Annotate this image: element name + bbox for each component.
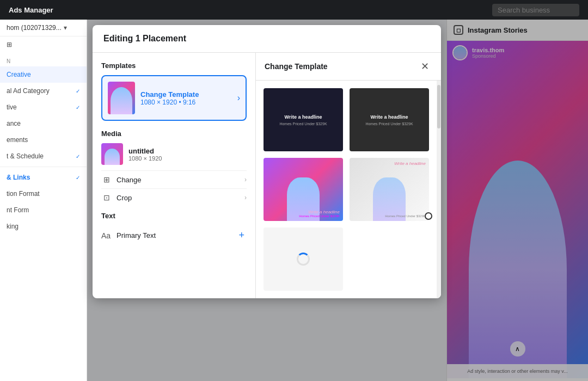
sidebar-item-tive[interactable]: tive ✓ <box>0 99 87 115</box>
top-bar: Ads Manager <box>0 0 588 20</box>
dialog-title: Editing 1 Placement <box>93 25 441 53</box>
check-icon-4: ✓ <box>76 175 80 181</box>
ad-category-label: al Ad Category <box>7 87 50 95</box>
crop-label: Crop <box>117 194 244 202</box>
template-name: Change Template <box>140 90 232 99</box>
add-text-button[interactable]: + <box>236 230 247 241</box>
change-template-header: Change Template ✕ <box>256 53 441 81</box>
template-card[interactable]: Change Template 1080 × 1920 • 9:16 › <box>101 75 247 121</box>
text-section: Text Aa Primary Text + <box>101 212 247 245</box>
tpl-subtext-1: Homes Priced Under $329K <box>279 122 327 126</box>
template-preview-dark-1: Write a headline Homes Priced Under $329… <box>264 88 343 151</box>
template-grid-item-1[interactable]: Write a headline Homes Priced Under $329… <box>262 87 344 152</box>
home-icon: ⊞ <box>7 41 12 48</box>
sidebar-item-links[interactable]: & Links ✓ <box>0 169 87 186</box>
tpl-light-subtext: Homes Priced Under $329K <box>385 214 426 218</box>
media-info: untitled 1080 × 1920 <box>128 147 162 162</box>
text-icon: Aa <box>101 231 112 240</box>
right-panel: Change Template ✕ Write a headline Homes… <box>256 53 441 298</box>
template-preview-loading <box>264 228 343 291</box>
template-grid-item-3[interactable]: Write a headline Homes Priced Under $329… <box>262 157 344 222</box>
crop-action-row[interactable]: ⊡ Crop › <box>101 188 247 206</box>
ements-label: ements <box>7 136 28 144</box>
account-selector[interactable]: hom (102071329... ▾ <box>0 20 87 36</box>
crop-icon: ⊡ <box>101 193 112 202</box>
media-name: untitled <box>128 147 162 155</box>
primary-text-label: Primary Text <box>117 231 236 239</box>
change-action-row[interactable]: ⊞ Change › <box>101 170 247 188</box>
tpl-purple-headline: Write a headline <box>308 210 340 214</box>
tpl-light-headline: Write a headline <box>394 161 426 166</box>
app-title: Ads Manager <box>9 6 53 14</box>
change-icon: ⊞ <box>101 175 112 184</box>
media-person <box>105 149 120 165</box>
template-dimensions: 1080 × 1920 • 9:16 <box>140 99 232 106</box>
media-thumbnail <box>101 143 123 165</box>
media-item: untitled 1080 × 1920 <box>101 143 247 165</box>
links-label: & Links <box>7 174 30 181</box>
sidebar-section: n <box>0 53 87 66</box>
tpl-headline-2: Write a headline <box>371 114 408 120</box>
template-grid-item-4[interactable]: Write a headline Homes Priced Under $329… <box>348 157 430 222</box>
template-grid-item-5[interactable] <box>262 226 344 292</box>
check-icon: ✓ <box>76 88 80 94</box>
change-template-title: Change Template <box>265 62 328 71</box>
search-input[interactable] <box>492 4 579 16</box>
scrollbar-thumb[interactable] <box>437 85 440 128</box>
chevron-right-icon: › <box>237 93 240 103</box>
template-preview-purple: Write a headline Homes Priced Under $329… <box>264 158 343 221</box>
sidebar-item-format[interactable]: tion Format <box>0 186 87 202</box>
template-grid-item-2[interactable]: Write a headline Homes Priced Under $329… <box>348 87 430 152</box>
loading-spinner <box>297 253 310 266</box>
king-label: king <box>7 223 19 230</box>
template-thumb-inner <box>108 82 135 114</box>
templates-section-title: Templates <box>101 62 247 70</box>
ance-label: ance <box>7 120 21 127</box>
primary-text-row: Aa Primary Text + <box>101 225 247 245</box>
close-button[interactable]: ✕ <box>418 59 432 73</box>
tpl-subtext-2: Homes Priced Under $329K <box>365 122 413 126</box>
template-preview-dark-2: Write a headline Homes Priced Under $329… <box>350 88 429 151</box>
change-label: Change <box>117 176 244 184</box>
media-section-title: Media <box>101 130 247 138</box>
format-label: tion Format <box>7 190 40 198</box>
sidebar-item-king[interactable]: king <box>0 218 87 235</box>
template-grid-wrapper: Write a headline Homes Priced Under $329… <box>256 81 441 298</box>
tpl-headline-1: Write a headline <box>285 114 322 120</box>
sidebar: hom (102071329... ▾ ⊞ n Creative al Ad C… <box>0 20 87 381</box>
text-section-title: Text <box>101 212 247 220</box>
schedule-label: t & Schedule <box>7 152 44 160</box>
check-icon-2: ✓ <box>76 105 80 110</box>
dialog-body: Templates Change Template 1080 × 1920 • … <box>93 53 441 298</box>
editing-dialog: Editing 1 Placement Templates Change Tem… <box>93 25 441 298</box>
account-label: hom (102071329... <box>7 24 62 32</box>
template-thumbnail <box>108 82 135 114</box>
tpl-purple-subtext: Homes Priced Under $329K <box>299 214 340 218</box>
template-preview-light: Write a headline Homes Priced Under $329… <box>350 158 429 221</box>
sidebar-item-ance[interactable]: ance <box>0 115 87 132</box>
left-panel: Templates Change Template 1080 × 1920 • … <box>93 53 256 298</box>
scrollbar-track[interactable] <box>437 81 441 298</box>
sidebar-item-ements[interactable]: ements <box>0 132 87 148</box>
person-silhouette <box>111 87 132 114</box>
form-label: nt Form <box>7 206 29 214</box>
tive-label: tive <box>7 103 17 111</box>
sidebar-item-form[interactable]: nt Form <box>0 202 87 218</box>
sidebar-item-home[interactable]: ⊞ <box>0 36 87 53</box>
sidebar-item-ad-category[interactable]: al Ad Category ✓ <box>0 83 87 99</box>
template-grid: Write a headline Homes Priced Under $329… <box>256 81 437 298</box>
media-dimensions: 1080 × 1920 <box>128 155 162 162</box>
change-chevron-icon: › <box>244 176 247 183</box>
chevron-down-icon: ▾ <box>64 24 67 32</box>
template-info: Change Template 1080 × 1920 • 9:16 <box>140 90 232 106</box>
creative-label: Creative <box>7 71 31 78</box>
check-icon-3: ✓ <box>76 153 80 159</box>
crop-chevron-icon: › <box>244 194 247 201</box>
modal-overlay: Editing 1 Placement Templates Change Tem… <box>87 20 588 381</box>
sidebar-item-creative[interactable]: Creative <box>0 66 87 83</box>
sidebar-item-schedule[interactable]: t & Schedule ✓ <box>0 148 87 164</box>
